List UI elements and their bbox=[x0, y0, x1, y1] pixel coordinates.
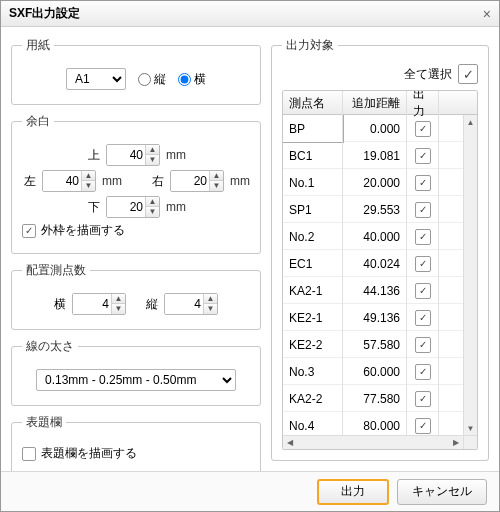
hscrollbar[interactable]: ◀▶ bbox=[283, 435, 463, 449]
select-all-label: 全て選択 bbox=[404, 66, 452, 83]
titleblock-legend: 表題欄 bbox=[22, 414, 66, 431]
row-check[interactable] bbox=[415, 283, 431, 299]
paper-size-select[interactable]: A1 bbox=[66, 68, 126, 90]
margin-bottom[interactable]: ▲▼ bbox=[106, 196, 160, 218]
table-row[interactable]: No.480.000 bbox=[283, 412, 463, 435]
titleblock-group: 表題欄 表題欄を描画する bbox=[11, 414, 261, 477]
margin-right[interactable]: ▲▼ bbox=[170, 170, 224, 192]
paper-legend: 用紙 bbox=[22, 37, 54, 54]
col-name[interactable]: 測点名 bbox=[283, 91, 343, 115]
orient-vertical[interactable]: 縦 bbox=[138, 71, 166, 88]
row-check[interactable] bbox=[415, 175, 431, 191]
select-all-check[interactable] bbox=[458, 64, 478, 84]
draw-frame-check[interactable]: 外枠を描画する bbox=[22, 222, 125, 239]
row-check[interactable] bbox=[415, 148, 431, 164]
count-legend: 配置測点数 bbox=[22, 262, 90, 279]
count-v[interactable]: ▲▼ bbox=[164, 293, 218, 315]
dialog-title: SXF出力設定 bbox=[9, 5, 80, 22]
close-icon[interactable]: × bbox=[483, 6, 491, 22]
table-row[interactable]: No.120.000 bbox=[283, 169, 463, 196]
margin-group: 余白 上 ▲▼ mm 左 ▲▼ mm 右 ▲▼ mm bbox=[11, 113, 261, 254]
row-check[interactable] bbox=[415, 121, 431, 137]
margin-legend: 余白 bbox=[22, 113, 54, 130]
table-row[interactable]: KA2-144.136 bbox=[283, 277, 463, 304]
row-check[interactable] bbox=[415, 364, 431, 380]
export-button[interactable]: 出力 bbox=[317, 479, 389, 505]
target-table: 測点名 追加距離 出力 BP0.000BC119.081No.120.000SP… bbox=[282, 90, 478, 450]
row-check[interactable] bbox=[415, 310, 431, 326]
thickness-select[interactable]: 0.13mm - 0.25mm - 0.50mm bbox=[36, 369, 236, 391]
dialog: SXF出力設定 × 用紙 A1 縦 横 余白 上 ▲▼ mm bbox=[0, 0, 500, 512]
row-check[interactable] bbox=[415, 391, 431, 407]
row-check[interactable] bbox=[415, 337, 431, 353]
row-check[interactable] bbox=[415, 229, 431, 245]
titlebar: SXF出力設定 × bbox=[1, 1, 499, 27]
paper-group: 用紙 A1 縦 横 bbox=[11, 37, 261, 105]
margin-left[interactable]: ▲▼ bbox=[42, 170, 96, 192]
table-row[interactable]: No.360.000 bbox=[283, 358, 463, 385]
table-row[interactable]: KE2-149.136 bbox=[283, 304, 463, 331]
vscrollbar[interactable]: ▲▼ bbox=[463, 115, 477, 435]
table-row[interactable]: KE2-257.580 bbox=[283, 331, 463, 358]
row-check[interactable] bbox=[415, 202, 431, 218]
row-check[interactable] bbox=[415, 418, 431, 434]
table-row[interactable]: BC119.081 bbox=[283, 142, 463, 169]
table-row[interactable]: EC140.024 bbox=[283, 250, 463, 277]
col-out[interactable]: 出力 bbox=[407, 91, 439, 115]
thickness-legend: 線の太さ bbox=[22, 338, 78, 355]
table-row[interactable]: SP129.553 bbox=[283, 196, 463, 223]
cancel-button[interactable]: キャンセル bbox=[397, 479, 487, 505]
orient-horizontal[interactable]: 横 bbox=[178, 71, 206, 88]
target-legend: 出力対象 bbox=[282, 37, 338, 54]
col-dist[interactable]: 追加距離 bbox=[343, 91, 407, 115]
thickness-group: 線の太さ 0.13mm - 0.25mm - 0.50mm bbox=[11, 338, 261, 406]
table-row[interactable]: BP0.000 bbox=[283, 115, 463, 142]
row-check[interactable] bbox=[415, 256, 431, 272]
margin-top[interactable]: ▲▼ bbox=[106, 144, 160, 166]
table-row[interactable]: KA2-277.580 bbox=[283, 385, 463, 412]
table-row[interactable]: No.240.000 bbox=[283, 223, 463, 250]
draw-titleblock-check[interactable]: 表題欄を描画する bbox=[22, 445, 137, 462]
footer: 出力 キャンセル bbox=[1, 471, 499, 511]
target-group: 出力対象 全て選択 測点名 追加距離 出力 BP0.000BC119.081No… bbox=[271, 37, 489, 461]
count-group: 配置測点数 横 ▲▼ 縦 ▲▼ bbox=[11, 262, 261, 330]
count-h[interactable]: ▲▼ bbox=[72, 293, 126, 315]
